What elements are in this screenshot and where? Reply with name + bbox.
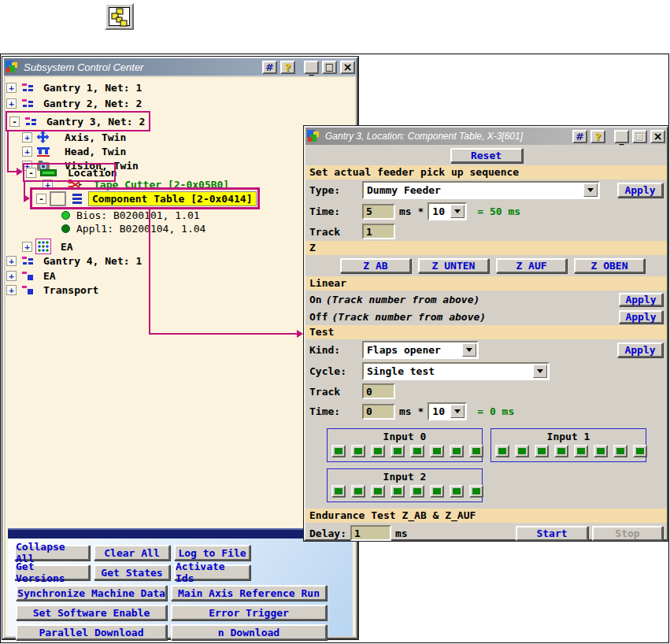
led-indicator [410,445,424,457]
led-indicator [574,445,588,457]
tree-item-component-table[interactable]: - Component Table [2-0x0414] [36,191,257,206]
expand-icon[interactable]: + [43,180,53,190]
n-download-button[interactable]: n Download [171,624,327,640]
tree-item-axis[interactable]: + Axis, Twin [22,131,126,143]
tree-item-location[interactable]: - Location [26,167,117,179]
log-to-file-button[interactable]: Log to File [174,545,250,561]
kind-label: Kind: [309,344,358,356]
feeder-multiplier-select[interactable]: 10 [428,202,467,220]
tree-item-gantry-3[interactable]: - Gantry 3, Net: 2 [9,116,145,128]
minimize-button[interactable]: _ [614,130,629,143]
z-unten-button[interactable]: Z UNTEN [418,258,489,273]
chevron-down-icon[interactable] [583,183,598,197]
z-ab-button[interactable]: Z AB [340,258,411,273]
delay-field[interactable]: 1 [350,525,391,541]
tree-item-ea-gantry3[interactable]: + EA [22,239,73,254]
test-apply-button[interactable]: Apply [617,342,663,357]
get-versions-button[interactable]: Get Versions [14,564,90,580]
minimize-button[interactable]: _ [304,61,319,74]
expand-icon[interactable]: + [22,132,32,142]
maximize-button[interactable]: □ [322,61,337,74]
cascade-toolbar-button[interactable] [105,3,134,30]
z-oben-button[interactable]: Z OBEN [574,258,645,273]
get-states-button[interactable]: Get States [94,564,170,580]
linear-on-apply-button[interactable]: Apply [619,293,663,306]
z-auf-button[interactable]: Z AUF [496,258,567,273]
tree-item-gantry-2[interactable]: + Gantry 2, Net: 2 [6,98,142,109]
test-multiplier-select[interactable]: 10 [428,402,467,420]
chevron-down-icon[interactable] [450,205,465,218]
tree-item-gantry-1[interactable]: + Gantry 1, Net: 1 [6,82,142,94]
type-select[interactable]: Dummy Feeder [362,181,600,199]
parallel-download-button[interactable]: Parallel Download [16,624,167,640]
time-label: Time: [309,405,358,417]
feeder-time-row: Time: 5 ms * 10 = 50 ms [305,201,667,222]
close-button[interactable]: × [650,130,665,143]
collapse-icon[interactable]: - [36,194,46,204]
tree-item-head[interactable]: + Head, Twin [22,146,126,157]
chevron-down-icon[interactable] [450,405,465,418]
feeder-time-result: = 50 ms [477,205,520,217]
empty-checkbox[interactable] [50,191,66,206]
tree-item-tape-cutter[interactable]: + Tape Cutter [2-0x05B0] [43,179,229,191]
test-track-field[interactable]: 0 [362,383,395,399]
chevron-down-icon[interactable] [462,343,476,357]
synchronize-machine-data-button[interactable]: Synchronize Machine Data [16,585,167,601]
expand-icon[interactable]: + [6,98,17,109]
chevron-down-icon[interactable] [533,365,547,378]
feeder-time-field[interactable]: 5 [362,204,395,220]
collapse-icon[interactable]: - [9,117,20,127]
close-button[interactable]: × [340,61,355,74]
tree-item-label: Location [68,167,117,179]
feeder-track-field[interactable]: 1 [362,224,395,239]
set-software-enable-button[interactable]: Set Software Enable [16,605,167,620]
expand-icon[interactable]: + [6,83,17,93]
dialog-title: Gantry 3, Location: Component Table, X-3… [323,131,569,142]
tree-item-gantry-4[interactable]: + Gantry 4, Net: 1 [6,255,142,267]
feeder-apply-button[interactable]: Apply [617,183,663,198]
track-label: Track [309,386,358,398]
led-indicator [430,485,444,498]
clear-all-button[interactable]: Clear All [94,545,170,561]
expand-icon[interactable]: + [22,242,32,252]
kind-select[interactable]: Flaps opener [362,341,479,359]
error-trigger-button[interactable]: Error Trigger [171,605,327,620]
test-section-header: Test [305,325,667,339]
linear-off-apply-button[interactable]: Apply [619,310,663,324]
input-0-leds [328,442,482,461]
hash-button[interactable]: # [262,61,277,74]
stop-button: Stop [592,526,663,541]
expand-icon[interactable]: + [6,271,17,281]
expand-icon[interactable]: + [6,285,17,295]
test-time-result: = 0 ms [477,405,514,417]
main-axis-reference-run-button[interactable]: Main Axis Reference Run [171,585,327,601]
activate-ids-button[interactable]: Activate Ids [174,564,250,580]
main-titlebar[interactable]: Subsystem Control Center # ? _ □ × [4,58,357,76]
help-button[interactable]: ? [280,61,295,74]
ms-label: ms [395,527,408,539]
test-time-field[interactable]: 0 [362,404,395,420]
tree-item-label: Tape Cutter [2-0x05B0] [94,179,229,191]
tree-item-label: Appl1: B0200104, 1.04 [76,223,205,235]
tree-item-transport[interactable]: + Transport [6,284,98,296]
cycle-value: Single test [364,365,532,377]
reset-button[interactable]: Reset [450,148,523,163]
help-button[interactable]: ? [590,130,605,143]
tree-item-bios[interactable]: Bios: B0200101, 1.01 [61,209,200,221]
gantry-icon [24,117,37,128]
expand-icon[interactable]: + [22,146,32,157]
kind-row: Kind: Flaps opener Apply [305,339,667,361]
test-track-row: Track 0 [305,382,667,401]
collapse-icon[interactable]: - [26,168,36,178]
dialog-titlebar[interactable]: Gantry 3, Location: Component Table, X-3… [305,128,667,145]
hash-button[interactable]: # [572,130,587,143]
tree-item-appl1[interactable]: Appl1: B0200104, 1.04 [61,223,205,235]
expand-icon[interactable]: + [6,256,17,266]
cycle-select[interactable]: Single test [362,362,550,380]
input-2-leds [328,483,482,502]
tape-cutter-icon [68,180,83,190]
collapse-all-button[interactable]: Collapse All [14,545,90,561]
gantry-icon [21,98,34,109]
tree-item-ea[interactable]: + EA [6,270,56,282]
start-button[interactable]: Start [516,526,588,541]
